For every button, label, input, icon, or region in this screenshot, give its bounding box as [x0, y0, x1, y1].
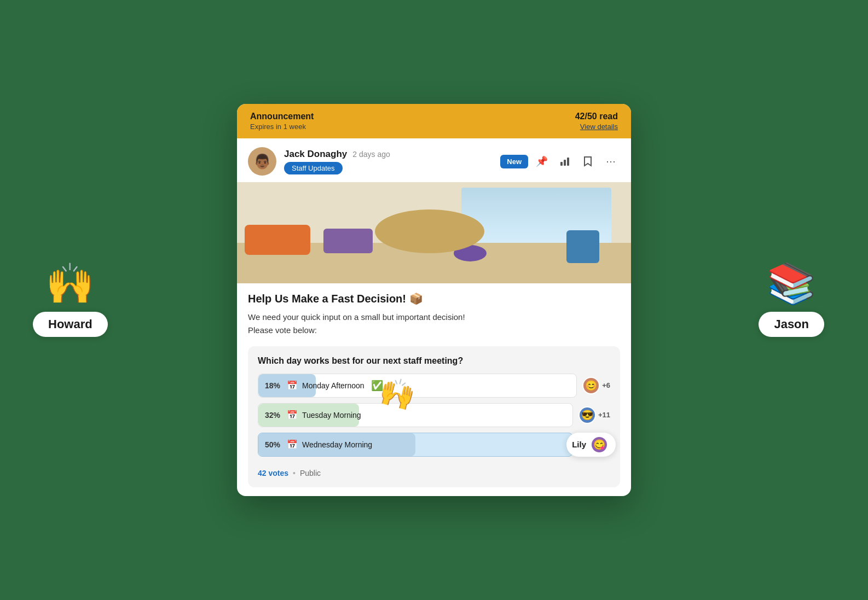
poll-label-3: Wednesday Morning	[302, 440, 372, 449]
plus-count-1: +6	[602, 381, 610, 389]
left-name-badge: Howard	[33, 312, 108, 337]
poll-bar-3[interactable]: 50% 📅 Wednesday Morning	[258, 433, 573, 457]
announcement-left: Announcement Expires in 1 week	[250, 112, 314, 131]
post-header: 👨🏾 Jack Donaghy 2 days ago Staff Updates…	[237, 138, 631, 182]
right-emoji: 📚	[767, 264, 816, 303]
view-details-link[interactable]: View details	[575, 123, 618, 131]
new-badge: New	[500, 155, 528, 168]
post-body: We need your quick input on a small but …	[248, 311, 620, 336]
calendar-icon-2: 📅	[287, 410, 298, 420]
poll-percent-2: 32%	[265, 411, 282, 420]
more-button[interactable]: ⋯	[601, 152, 620, 171]
poll-section: Which day works best for our next staff …	[248, 346, 620, 487]
lily-overlay: Lily 😋	[566, 433, 616, 457]
post-body-line1: We need your quick input on a small but …	[248, 312, 465, 322]
poll-label-1: Monday Afternoon	[302, 381, 364, 390]
bookmark-button[interactable]	[578, 152, 597, 171]
calendar-icon-3: 📅	[287, 439, 298, 450]
avatar-2-1: 😎	[578, 406, 596, 424]
votes-count: 42 votes	[258, 469, 288, 477]
right-person: 📚 Jason	[759, 264, 824, 337]
post-time: 2 days ago	[352, 150, 390, 159]
poll-content-2: 32% 📅 Tuesday Morning	[265, 410, 361, 420]
svg-rect-1	[564, 160, 566, 166]
author-avatar: 👨🏾	[248, 147, 276, 176]
svg-rect-0	[560, 162, 563, 166]
left-person: 🙌 Howard	[33, 264, 108, 337]
svg-rect-2	[567, 158, 569, 166]
author-row: Jack Donaghy 2 days ago	[284, 149, 493, 160]
right-name-badge: Jason	[759, 312, 824, 337]
poll-content-3: 50% 📅 Wednesday Morning	[265, 439, 372, 450]
poll-option-2[interactable]: 32% 📅 Tuesday Morning 😎 +11	[258, 403, 610, 427]
poll-percent-1: 18%	[265, 381, 282, 390]
poll-bar-2[interactable]: 32% 📅 Tuesday Morning	[258, 403, 573, 427]
lib-sofa-orange	[245, 225, 310, 255]
announcement-banner: Announcement Expires in 1 week 42/50 rea…	[237, 104, 631, 138]
post-content: Help Us Make a Fast Decision! 📦 We need …	[237, 283, 631, 336]
author-name: Jack Donaghy	[284, 149, 347, 160]
author-info: Jack Donaghy 2 days ago Staff Updates	[284, 149, 493, 174]
announcement-right: 42/50 read View details	[575, 112, 618, 131]
announcement-title: Announcement	[250, 112, 314, 121]
plus-count-2: +11	[598, 411, 610, 419]
post-actions: New 📌 ⋯	[500, 152, 620, 171]
post-image	[237, 182, 631, 283]
main-card: Announcement Expires in 1 week 42/50 rea…	[237, 104, 631, 496]
lily-name: Lily	[572, 440, 586, 449]
library-scene	[237, 182, 631, 283]
read-count: 42/50 read	[575, 112, 618, 121]
calendar-icon-1: 📅	[287, 380, 298, 391]
avatar-1-1: 😊	[582, 377, 600, 394]
poll-avatars-2: 😎 +11	[578, 406, 610, 424]
pin-button[interactable]: 📌	[533, 152, 551, 171]
chart-button[interactable]	[555, 152, 574, 171]
post-title: Help Us Make a Fast Decision! 📦	[248, 292, 620, 305]
left-emoji: 🙌	[45, 264, 95, 303]
poll-percent-3: 50%	[265, 440, 282, 449]
lib-sofa-purple	[323, 229, 373, 253]
announcement-expires: Expires in 1 week	[250, 123, 314, 131]
poll-content-1: 18% 📅 Monday Afternoon ✅	[265, 380, 383, 392]
post-body-line2: Please vote below:	[248, 325, 317, 335]
lib-chair	[566, 230, 599, 263]
poll-option-3[interactable]: 50% 📅 Wednesday Morning 😋 +19 Lily 😋	[258, 433, 610, 457]
poll-avatars-1: 😊 +6	[582, 377, 610, 394]
poll-question: Which day works best for our next staff …	[258, 356, 610, 366]
poll-label-2: Tuesday Morning	[302, 411, 361, 420]
lib-bookshelf	[375, 209, 484, 253]
dot-separator: •	[293, 469, 296, 477]
poll-footer: 42 votes • Public	[258, 464, 610, 477]
lily-avatar: 😋	[591, 436, 608, 453]
poll-option-1[interactable]: 18% 📅 Monday Afternoon ✅ 😊 +6	[258, 374, 610, 398]
tag-badge[interactable]: Staff Updates	[284, 162, 343, 174]
public-label: Public	[300, 469, 321, 477]
